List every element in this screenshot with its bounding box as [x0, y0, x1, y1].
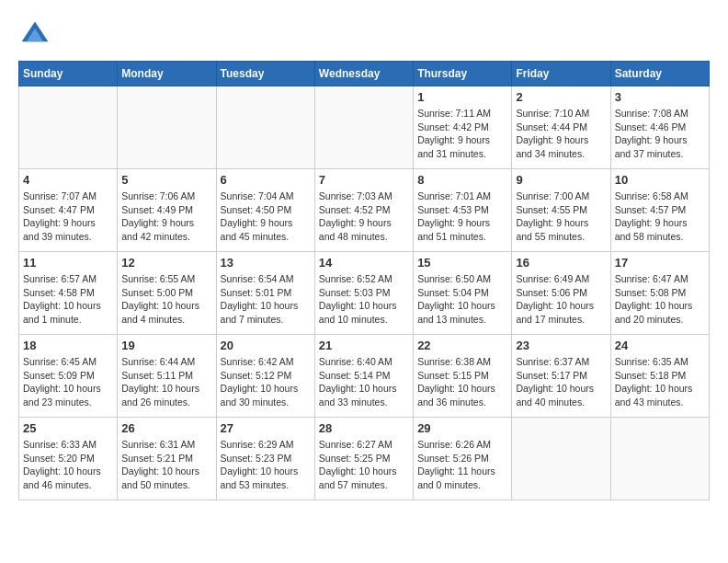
day-number: 7	[319, 173, 409, 187]
day-header-friday: Friday	[512, 62, 610, 86]
calendar-cell	[314, 86, 413, 169]
day-header-wednesday: Wednesday	[314, 62, 413, 86]
calendar-cell: 24Sunrise: 6:35 AM Sunset: 5:18 PM Dayli…	[610, 335, 709, 418]
day-number: 1	[417, 90, 507, 104]
day-info: Sunrise: 6:37 AM Sunset: 5:17 PM Dayligh…	[516, 355, 606, 409]
calendar-header-row: SundayMondayTuesdayWednesdayThursdayFrid…	[19, 62, 710, 86]
day-header-saturday: Saturday	[610, 62, 709, 86]
calendar-cell: 2Sunrise: 7:10 AM Sunset: 4:44 PM Daylig…	[512, 86, 610, 169]
calendar-cell	[512, 418, 610, 500]
day-info: Sunrise: 7:11 AM Sunset: 4:42 PM Dayligh…	[417, 107, 507, 161]
week-row-2: 4Sunrise: 7:07 AM Sunset: 4:47 PM Daylig…	[19, 169, 710, 252]
day-info: Sunrise: 7:03 AM Sunset: 4:52 PM Dayligh…	[319, 190, 409, 244]
day-number: 3	[615, 90, 705, 104]
day-number: 10	[615, 173, 705, 187]
calendar-cell: 19Sunrise: 6:44 AM Sunset: 5:11 PM Dayli…	[118, 335, 216, 418]
calendar-cell: 28Sunrise: 6:27 AM Sunset: 5:25 PM Dayli…	[314, 418, 413, 500]
day-info: Sunrise: 6:52 AM Sunset: 5:03 PM Dayligh…	[319, 272, 409, 327]
day-info: Sunrise: 6:26 AM Sunset: 5:26 PM Dayligh…	[417, 438, 507, 492]
day-number: 17	[615, 256, 705, 270]
day-number: 14	[319, 256, 409, 270]
calendar-cell: 4Sunrise: 7:07 AM Sunset: 4:47 PM Daylig…	[19, 169, 118, 252]
calendar-cell: 21Sunrise: 6:40 AM Sunset: 5:14 PM Dayli…	[314, 335, 413, 418]
day-number: 21	[319, 339, 409, 352]
calendar-table: SundayMondayTuesdayWednesdayThursdayFrid…	[18, 61, 710, 500]
day-number: 29	[417, 421, 507, 435]
day-info: Sunrise: 6:55 AM Sunset: 5:00 PM Dayligh…	[121, 272, 211, 327]
day-number: 12	[121, 256, 211, 270]
calendar-cell	[118, 86, 216, 169]
calendar-cell: 25Sunrise: 6:33 AM Sunset: 5:20 PM Dayli…	[19, 418, 118, 500]
day-number: 23	[516, 339, 606, 352]
calendar-cell: 15Sunrise: 6:50 AM Sunset: 5:04 PM Dayli…	[414, 252, 512, 335]
week-row-4: 18Sunrise: 6:45 AM Sunset: 5:09 PM Dayli…	[19, 335, 710, 418]
calendar-cell	[19, 86, 118, 169]
calendar-cell: 29Sunrise: 6:26 AM Sunset: 5:26 PM Dayli…	[414, 418, 512, 500]
day-header-sunday: Sunday	[19, 62, 118, 86]
day-number: 16	[516, 256, 606, 270]
day-info: Sunrise: 7:08 AM Sunset: 4:46 PM Dayligh…	[615, 107, 705, 161]
day-info: Sunrise: 7:07 AM Sunset: 4:47 PM Dayligh…	[23, 190, 113, 244]
day-header-thursday: Thursday	[414, 62, 512, 86]
week-row-5: 25Sunrise: 6:33 AM Sunset: 5:20 PM Dayli…	[19, 418, 710, 500]
day-number: 13	[221, 256, 311, 270]
day-number: 15	[417, 256, 507, 270]
day-header-tuesday: Tuesday	[216, 62, 314, 86]
day-info: Sunrise: 6:33 AM Sunset: 5:20 PM Dayligh…	[23, 438, 113, 492]
calendar-cell	[610, 418, 709, 500]
day-number: 11	[23, 256, 113, 270]
calendar-cell: 8Sunrise: 7:01 AM Sunset: 4:53 PM Daylig…	[414, 169, 512, 252]
logo-icon	[18, 18, 51, 52]
day-info: Sunrise: 6:44 AM Sunset: 5:11 PM Dayligh…	[121, 355, 211, 409]
calendar-cell: 20Sunrise: 6:42 AM Sunset: 5:12 PM Dayli…	[216, 335, 314, 418]
day-info: Sunrise: 6:57 AM Sunset: 4:58 PM Dayligh…	[23, 272, 113, 327]
calendar-cell: 1Sunrise: 7:11 AM Sunset: 4:42 PM Daylig…	[414, 86, 512, 169]
calendar-cell: 17Sunrise: 6:47 AM Sunset: 5:08 PM Dayli…	[610, 252, 709, 335]
day-info: Sunrise: 6:35 AM Sunset: 5:18 PM Dayligh…	[615, 355, 705, 409]
day-number: 5	[121, 173, 211, 187]
calendar-cell: 18Sunrise: 6:45 AM Sunset: 5:09 PM Dayli…	[19, 335, 118, 418]
day-number: 2	[516, 90, 606, 104]
day-number: 26	[121, 421, 211, 435]
day-info: Sunrise: 6:40 AM Sunset: 5:14 PM Dayligh…	[319, 355, 409, 409]
calendar-cell: 22Sunrise: 6:38 AM Sunset: 5:15 PM Dayli…	[414, 335, 512, 418]
logo	[18, 18, 55, 52]
day-info: Sunrise: 6:49 AM Sunset: 5:06 PM Dayligh…	[516, 272, 606, 327]
day-info: Sunrise: 6:47 AM Sunset: 5:08 PM Dayligh…	[615, 272, 705, 327]
day-info: Sunrise: 6:50 AM Sunset: 5:04 PM Dayligh…	[417, 272, 507, 327]
day-number: 28	[319, 421, 409, 435]
calendar-cell	[216, 86, 314, 169]
calendar-cell: 12Sunrise: 6:55 AM Sunset: 5:00 PM Dayli…	[118, 252, 216, 335]
calendar-cell: 16Sunrise: 6:49 AM Sunset: 5:06 PM Dayli…	[512, 252, 610, 335]
day-info: Sunrise: 7:00 AM Sunset: 4:55 PM Dayligh…	[516, 190, 606, 244]
day-info: Sunrise: 6:29 AM Sunset: 5:23 PM Dayligh…	[221, 438, 311, 492]
calendar-cell: 27Sunrise: 6:29 AM Sunset: 5:23 PM Dayli…	[216, 418, 314, 500]
day-number: 6	[221, 173, 311, 187]
day-info: Sunrise: 6:42 AM Sunset: 5:12 PM Dayligh…	[221, 355, 311, 409]
day-info: Sunrise: 7:06 AM Sunset: 4:49 PM Dayligh…	[121, 190, 211, 244]
week-row-1: 1Sunrise: 7:11 AM Sunset: 4:42 PM Daylig…	[19, 86, 710, 169]
day-number: 19	[121, 339, 211, 352]
page-header	[18, 18, 710, 52]
calendar-cell: 26Sunrise: 6:31 AM Sunset: 5:21 PM Dayli…	[118, 418, 216, 500]
day-info: Sunrise: 6:27 AM Sunset: 5:25 PM Dayligh…	[319, 438, 409, 492]
day-info: Sunrise: 7:01 AM Sunset: 4:53 PM Dayligh…	[417, 190, 507, 244]
day-number: 8	[417, 173, 507, 187]
calendar-cell: 13Sunrise: 6:54 AM Sunset: 5:01 PM Dayli…	[216, 252, 314, 335]
calendar-cell: 5Sunrise: 7:06 AM Sunset: 4:49 PM Daylig…	[118, 169, 216, 252]
calendar-cell: 9Sunrise: 7:00 AM Sunset: 4:55 PM Daylig…	[512, 169, 610, 252]
day-number: 18	[23, 339, 113, 352]
calendar-cell: 6Sunrise: 7:04 AM Sunset: 4:50 PM Daylig…	[216, 169, 314, 252]
calendar-cell: 3Sunrise: 7:08 AM Sunset: 4:46 PM Daylig…	[610, 86, 709, 169]
calendar-cell: 14Sunrise: 6:52 AM Sunset: 5:03 PM Dayli…	[314, 252, 413, 335]
calendar-cell: 10Sunrise: 6:58 AM Sunset: 4:57 PM Dayli…	[610, 169, 709, 252]
day-info: Sunrise: 6:31 AM Sunset: 5:21 PM Dayligh…	[121, 438, 211, 492]
day-number: 9	[516, 173, 606, 187]
day-number: 20	[221, 339, 311, 352]
day-info: Sunrise: 6:45 AM Sunset: 5:09 PM Dayligh…	[23, 355, 113, 409]
day-header-monday: Monday	[118, 62, 216, 86]
day-info: Sunrise: 7:04 AM Sunset: 4:50 PM Dayligh…	[221, 190, 311, 244]
day-info: Sunrise: 6:58 AM Sunset: 4:57 PM Dayligh…	[615, 190, 705, 244]
calendar-cell: 11Sunrise: 6:57 AM Sunset: 4:58 PM Dayli…	[19, 252, 118, 335]
day-info: Sunrise: 6:54 AM Sunset: 5:01 PM Dayligh…	[221, 272, 311, 327]
